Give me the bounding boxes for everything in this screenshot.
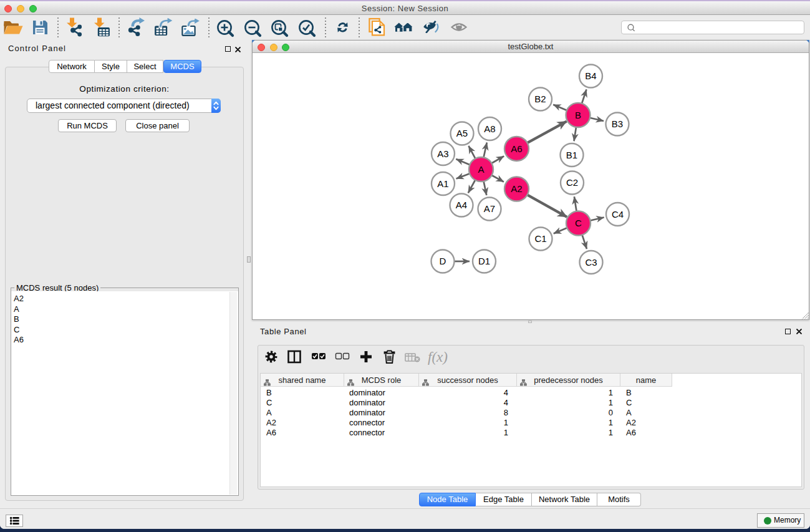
svg-text:A3: A3 <box>437 148 448 159</box>
svg-text:A: A <box>478 164 484 175</box>
svg-text:B1: B1 <box>566 150 577 160</box>
svg-text:A6: A6 <box>511 143 522 154</box>
svg-text:A5: A5 <box>456 128 468 138</box>
svg-text:A1: A1 <box>437 178 448 189</box>
svg-text:A7: A7 <box>484 203 495 214</box>
svg-text:C4: C4 <box>612 209 624 220</box>
svg-text:B: B <box>575 110 581 120</box>
svg-text:B4: B4 <box>585 70 596 81</box>
svg-text:C1: C1 <box>534 233 546 244</box>
svg-text:A4: A4 <box>456 200 467 210</box>
svg-text:C2: C2 <box>566 177 578 188</box>
svg-text:A8: A8 <box>484 123 495 134</box>
svg-text:A2: A2 <box>511 183 522 194</box>
svg-text:B2: B2 <box>534 94 546 104</box>
svg-text:B3: B3 <box>612 118 623 129</box>
svg-text:D1: D1 <box>478 256 490 266</box>
svg-text:D: D <box>440 256 446 266</box>
svg-text:C3: C3 <box>585 257 597 268</box>
svg-text:C: C <box>575 218 582 228</box>
